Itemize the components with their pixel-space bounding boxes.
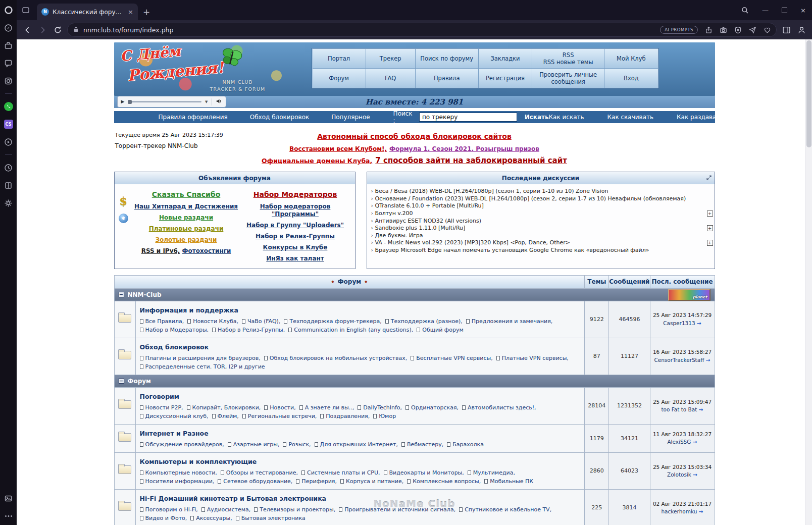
snapshot-camera-icon[interactable]	[720, 26, 727, 34]
forum-link[interactable]: Обход блокировок	[140, 343, 209, 351]
share-icon[interactable]	[705, 26, 713, 34]
browser-tab[interactable]: N Классический форум-тре ×	[37, 4, 138, 20]
subforum-link[interactable]: Новости Клуба,	[187, 317, 238, 326]
subforum-link[interactable]: А знаете ли вы..,	[299, 403, 354, 412]
discussion-topic[interactable]: VA - Music News vol.292 (2023) [MP3|320 …	[371, 239, 704, 247]
collapse-minus-icon[interactable]: −	[119, 292, 124, 297]
latest-post-icon[interactable]: →	[706, 357, 710, 363]
forum-link[interactable]: Hi-Fi Домашний кинотеатр и Бытовая элект…	[140, 495, 327, 502]
last-post-user[interactable]: hackerhomku	[661, 508, 697, 514]
link-gold-releases[interactable]: Золотые раздачи	[155, 236, 217, 244]
subforum-link[interactable]: DailyTechInfo,	[358, 403, 402, 412]
subnav-bypass-blocks[interactable]: Обход блокировок	[250, 114, 309, 121]
category-title[interactable]: NNM-Club	[128, 291, 162, 298]
link-moderators-programs[interactable]: Набор модераторов "Программы"	[241, 203, 350, 218]
subforum-link[interactable]: Аудиосистема,	[201, 505, 250, 514]
discussion-topic[interactable]: Браузер Microsoft Edge начал помечать ус…	[371, 247, 704, 254]
discussion-topic[interactable]: Болтун v.200	[371, 210, 704, 218]
subforum-link[interactable]: Корпуса и питание,	[340, 477, 403, 486]
menu-rss[interactable]: RSS RSS новые темы	[532, 49, 604, 68]
subforum-link[interactable]: Периферия,	[296, 477, 337, 486]
menu-register[interactable]: Регистрация	[479, 69, 532, 88]
cs-icon[interactable]: CS	[4, 119, 14, 129]
maximize-button[interactable]	[782, 8, 787, 13]
ai-prompts-button[interactable]: AI PROMPTS	[660, 26, 698, 34]
search-icon[interactable]	[741, 7, 749, 14]
latest-post-icon[interactable]: →	[693, 471, 697, 478]
player-play-icon[interactable]: ▶	[121, 99, 125, 104]
menu-forum[interactable]: Форум	[313, 69, 366, 88]
lock-icon[interactable]	[73, 25, 79, 35]
menu-portal[interactable]: Портал	[313, 49, 366, 68]
discussion-topic[interactable]: Две буквы. Игра	[371, 232, 704, 240]
subforum-link[interactable]: Носители информации,	[140, 477, 215, 486]
subnav-thanks[interactable]: Спасибо!	[747, 114, 776, 121]
subforum-link[interactable]: Автомобилисты здесь!,	[462, 403, 536, 412]
menu-my-club[interactable]: Мой Клуб	[604, 49, 657, 68]
subforum-link[interactable]: Обзоры и тестирование,	[221, 468, 298, 477]
subforum-link[interactable]: Новости P2P,	[140, 403, 183, 412]
subforum-link[interactable]: Бесплатные VPN сервисы,	[411, 354, 492, 362]
latest-post-icon[interactable]: →	[697, 320, 701, 326]
link-inyaz-talent[interactable]: ИнЯз как талант	[266, 255, 324, 262]
subforum-link[interactable]: Барахолка	[447, 440, 484, 449]
forum-link[interactable]: Поговорим	[140, 393, 180, 400]
subforum-link[interactable]: Флейм,	[212, 412, 239, 421]
player-seek-slider[interactable]	[128, 101, 201, 102]
link-rss-ipv6[interactable]: RSS и IPv6,	[141, 247, 180, 254]
discussion-topic[interactable]: Основание / Foundation (2023) WEB-DL [H.…	[371, 195, 704, 203]
notice-7-ways[interactable]: 7 способов зайти на заблокированный сайт	[375, 156, 567, 165]
menu-private-messages[interactable]: Проверить личные сообщения	[532, 69, 604, 88]
subforum-link[interactable]: Техподдержка (разное),	[385, 317, 463, 326]
player-dropdown-icon[interactable]: ▼	[205, 100, 208, 104]
subforum-link[interactable]: Комплексные вопросы,	[407, 477, 481, 486]
subforum-link[interactable]: Копирайт, Блокировки,	[187, 403, 261, 412]
back-icon[interactable]	[22, 24, 33, 35]
whatsapp-icon[interactable]	[4, 101, 14, 112]
forum-link[interactable]: Информация и поддержка	[140, 306, 238, 314]
link-hitparade[interactable]: Наш Хитпарад и Достижения	[134, 203, 238, 211]
collapse-minus-icon[interactable]: −	[119, 378, 124, 384]
last-post-user[interactable]: CensorTrackerStaff	[654, 357, 704, 363]
subforum-link[interactable]: Азартные игры,	[228, 440, 280, 449]
subforum-link[interactable]: Розыск,	[283, 440, 311, 449]
player-seek-thumb[interactable]	[128, 100, 132, 104]
last-post-user[interactable]: AlexiSSG	[667, 439, 691, 445]
subforum-link[interactable]: Предложения и замечания,	[466, 317, 553, 326]
extensions-box-icon[interactable]	[4, 180, 14, 190]
subforum-link[interactable]: Видеокарты и Мониторы,	[384, 468, 464, 477]
opera-logo-icon[interactable]	[4, 5, 14, 15]
link-platinum-releases[interactable]: Платиновые раздачи	[149, 225, 224, 233]
subforum-link[interactable]: Телевизоры и проекторы,	[254, 505, 335, 514]
subnav-design-rules[interactable]: Правила оформления	[159, 114, 228, 121]
menu-login[interactable]: Вход	[604, 69, 657, 88]
dollar-icon[interactable]: $	[120, 194, 127, 207]
link-uploaders-group[interactable]: Набор в Группу "Uploaders"	[246, 222, 344, 229]
discussion-topic[interactable]: QTranslate 6.10.0 + Portable [Multi/Ru]	[371, 202, 704, 210]
tab-close-icon[interactable]: ×	[128, 8, 133, 16]
subnav-how-to-seed[interactable]: Как раздавать	[677, 114, 723, 121]
menu-tracker[interactable]: Трекер	[366, 49, 415, 68]
gear-icon[interactable]	[4, 198, 14, 208]
notice-autonomous-bypass[interactable]: Автономный способ обхода блокировок сайт…	[317, 132, 512, 140]
subforum-link[interactable]: Мультимедиа,	[468, 468, 515, 477]
compass-icon[interactable]	[4, 23, 14, 33]
menu-forum-search[interactable]: Поиск по форуму	[416, 49, 478, 68]
subforum-link[interactable]: Набор в Релиз-Группы,	[212, 326, 285, 334]
link-new-releases[interactable]: Новые раздачи	[159, 214, 213, 222]
minimize-button[interactable]: —	[762, 7, 769, 14]
notice-official-domains[interactable]: Официальные домены Клуба,	[262, 157, 372, 165]
planet-logo[interactable]: planet	[668, 289, 710, 301]
subforum-link[interactable]: Аксессуары,	[190, 514, 232, 522]
play-icon[interactable]	[4, 137, 14, 147]
more-icon[interactable]	[4, 511, 14, 521]
reload-icon[interactable]	[52, 24, 63, 35]
sidebar-panel-icon[interactable]	[781, 24, 792, 35]
site-logo[interactable]: С Днём Рождения! NNM CLUB TRACKER & FORU…	[114, 42, 312, 96]
discussion-topic[interactable]: Sandboxie plus 1.11.0 [Multi/Ru]	[371, 225, 704, 232]
link-moderators-recruit[interactable]: Набор Модераторов	[253, 190, 337, 199]
history-clock-icon[interactable]	[4, 163, 14, 173]
latest-post-icon[interactable]: →	[693, 439, 697, 445]
subforum-link[interactable]: Communication in English (any questions)…	[288, 326, 413, 334]
shield-blocker-icon[interactable]	[734, 26, 742, 34]
